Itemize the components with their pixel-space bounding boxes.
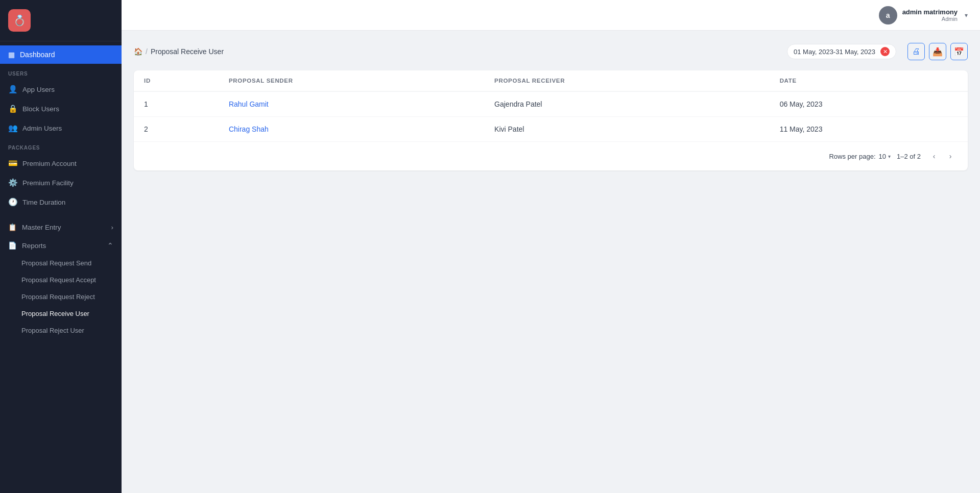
user-name: admin matrimony	[902, 8, 958, 16]
sidebar-item-proposal-receive-user[interactable]: Proposal Receive User	[0, 305, 122, 322]
proposal-request-reject-label: Proposal Request Reject	[21, 293, 95, 301]
topbar: a admin matrimony Admin ▾	[122, 0, 980, 31]
rows-per-page-select[interactable]: 10 ▾	[879, 153, 891, 160]
breadcrumb-separator: /	[146, 47, 148, 56]
user-chevron-down-icon: ▾	[965, 12, 968, 19]
calendar-icon: 📅	[954, 47, 964, 57]
premium-facility-label: Premium Facility	[22, 179, 74, 187]
page-info: 1–2 of 2	[897, 153, 921, 160]
reports-submenu: Proposal Request Send Proposal Request A…	[0, 255, 122, 339]
premium-account-icon: 💳	[8, 159, 17, 168]
prev-page-button[interactable]: ‹	[927, 149, 941, 163]
section-users-label: USERS	[0, 64, 122, 80]
breadcrumb-bar: 🏠 / Proposal Receive User 01 May, 2023-3…	[134, 43, 968, 60]
next-page-button[interactable]: ›	[943, 149, 958, 163]
sidebar-item-time-duration[interactable]: 🕐 Time Duration	[0, 192, 122, 212]
table-body: 1 Rahul Gamit Gajendra Patel 06 May, 202…	[134, 91, 968, 141]
user-details: admin matrimony Admin	[902, 8, 958, 22]
section-packages-label: PACKAGES	[0, 138, 122, 154]
page-nav: ‹ ›	[927, 149, 958, 163]
cell-proposal-receiver: Gajendra Patel	[484, 91, 770, 117]
table-row: 2 Chirag Shah Kivi Patel 11 May, 2023	[134, 117, 968, 142]
premium-account-label: Premium Account	[22, 160, 77, 167]
print-button[interactable]: 🖨	[907, 43, 925, 60]
rows-select-chevron-icon: ▾	[888, 154, 891, 159]
premium-facility-icon: ⚙️	[8, 178, 17, 187]
user-role: Admin	[902, 16, 958, 22]
page-content: 🏠 / Proposal Receive User 01 May, 2023-3…	[122, 31, 980, 493]
avatar: a	[879, 6, 897, 24]
sidebar: 💍 ▦ Dashboard USERS 👤 App Users 🔒 Block …	[0, 0, 122, 493]
sidebar-item-dashboard[interactable]: ▦ Dashboard	[0, 45, 122, 64]
rows-per-page-value: 10	[879, 153, 886, 160]
cell-proposal-sender: Rahul Gamit	[219, 91, 484, 117]
app-users-icon: 👤	[8, 85, 17, 94]
table-header: ID PROPOSAL SENDER PROPOSAL RECEIVER DAT…	[134, 70, 968, 91]
toolbar-icons: 🖨 📥 📅	[907, 43, 968, 60]
reports-icon: 📄	[8, 241, 17, 250]
sidebar-logo: 💍	[0, 0, 122, 41]
breadcrumb-page-name: Proposal Receive User	[151, 47, 224, 56]
sidebar-nav: ▦ Dashboard USERS 👤 App Users 🔒 Block Us…	[0, 41, 122, 493]
main-content: a admin matrimony Admin ▾ 🏠 / Proposal R…	[122, 0, 980, 493]
sidebar-item-block-users[interactable]: 🔒 Block Users	[0, 99, 122, 118]
sidebar-item-app-users[interactable]: 👤 App Users	[0, 80, 122, 99]
cell-proposal-sender: Chirag Shah	[219, 117, 484, 142]
app-logo-icon: 💍	[8, 9, 31, 32]
home-icon[interactable]: 🏠	[134, 47, 142, 56]
rows-per-page: Rows per page: 10 ▾	[829, 153, 891, 160]
app-users-label: App Users	[22, 86, 55, 93]
cell-date: 06 May, 2023	[770, 91, 968, 117]
admin-users-icon: 👥	[8, 124, 17, 133]
master-entry-label: Master Entry	[22, 224, 61, 231]
download-icon: 📥	[933, 47, 943, 57]
time-duration-label: Time Duration	[22, 199, 65, 206]
reports-chevron-icon: ⌃	[107, 241, 113, 250]
sidebar-item-proposal-request-accept[interactable]: Proposal Request Accept	[0, 272, 122, 288]
proposal-receive-user-label: Proposal Receive User	[21, 310, 89, 317]
col-id: ID	[134, 70, 219, 91]
date-filter[interactable]: 01 May, 2023-31 May, 2023 ✕	[787, 44, 896, 59]
master-entry-chevron-icon: ›	[111, 224, 114, 231]
pagination-bar: Rows per page: 10 ▾ 1–2 of 2 ‹ ›	[134, 141, 968, 170]
cell-proposal-receiver: Kivi Patel	[484, 117, 770, 142]
proposal-request-accept-label: Proposal Request Accept	[21, 276, 96, 284]
admin-users-label: Admin Users	[22, 125, 62, 132]
rows-per-page-label: Rows per page:	[829, 153, 875, 160]
sidebar-item-proposal-reject-user[interactable]: Proposal Reject User	[0, 322, 122, 339]
proposals-table: ID PROPOSAL SENDER PROPOSAL RECEIVER DAT…	[134, 70, 968, 141]
print-icon: 🖨	[912, 47, 920, 56]
sidebar-item-proposal-request-reject[interactable]: Proposal Request Reject	[0, 288, 122, 305]
date-filter-label: 01 May, 2023-31 May, 2023	[794, 48, 875, 56]
user-info[interactable]: a admin matrimony Admin ▾	[879, 6, 968, 24]
proposal-request-send-label: Proposal Request Send	[21, 259, 91, 267]
block-users-icon: 🔒	[8, 104, 17, 113]
reports-label: Reports	[22, 242, 46, 250]
cell-id: 1	[134, 91, 219, 117]
table-header-row: ID PROPOSAL SENDER PROPOSAL RECEIVER DAT…	[134, 70, 968, 91]
sidebar-item-proposal-request-send[interactable]: Proposal Request Send	[0, 255, 122, 272]
dashboard-label: Dashboard	[20, 51, 55, 59]
block-users-label: Block Users	[22, 105, 59, 113]
avatar-initial: a	[886, 11, 890, 19]
calendar-button[interactable]: 📅	[950, 43, 968, 60]
dashboard-icon: ▦	[8, 51, 15, 59]
sidebar-item-reports[interactable]: 📄 Reports ⌃	[0, 236, 122, 255]
breadcrumb-right: 01 May, 2023-31 May, 2023 ✕ 🖨 📥 📅	[787, 43, 968, 60]
breadcrumb: 🏠 / Proposal Receive User	[134, 47, 224, 56]
download-button[interactable]: 📥	[929, 43, 946, 60]
time-duration-icon: 🕐	[8, 198, 17, 207]
master-entry-icon: 📋	[8, 223, 17, 231]
cell-id: 2	[134, 117, 219, 142]
date-filter-close-button[interactable]: ✕	[880, 47, 890, 56]
sidebar-item-premium-facility[interactable]: ⚙️ Premium Facility	[0, 173, 122, 192]
col-proposal-receiver: PROPOSAL RECEIVER	[484, 70, 770, 91]
sidebar-item-admin-users[interactable]: 👥 Admin Users	[0, 118, 122, 138]
sidebar-item-premium-account[interactable]: 💳 Premium Account	[0, 154, 122, 173]
col-date: DATE	[770, 70, 968, 91]
sidebar-item-master-entry[interactable]: 📋 Master Entry ›	[0, 218, 122, 236]
table-card: ID PROPOSAL SENDER PROPOSAL RECEIVER DAT…	[134, 70, 968, 170]
cell-date: 11 May, 2023	[770, 117, 968, 142]
proposal-reject-user-label: Proposal Reject User	[21, 327, 84, 334]
table-row: 1 Rahul Gamit Gajendra Patel 06 May, 202…	[134, 91, 968, 117]
